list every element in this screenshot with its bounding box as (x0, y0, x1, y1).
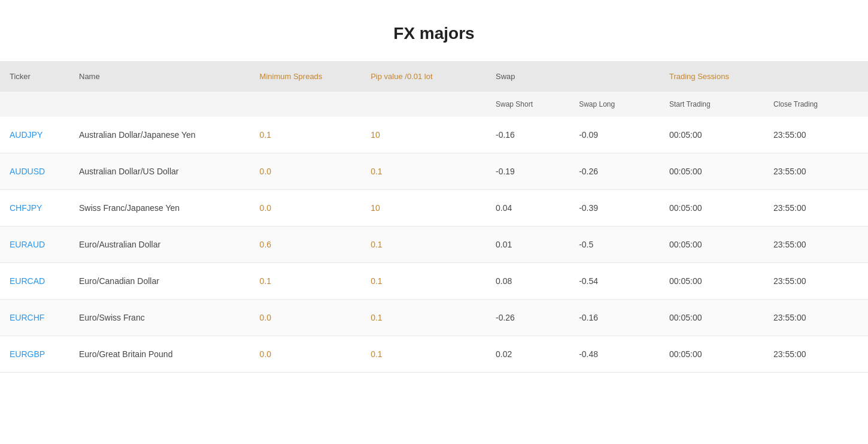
col-subheader-pip-empty (361, 92, 486, 117)
name-cell: Euro/Australian Dollar (69, 226, 250, 263)
col-header-trading-sessions: Trading Sessions (660, 61, 868, 92)
swap-short-cell: 0.04 (486, 190, 569, 226)
ticker-cell[interactable]: EURGBP (0, 336, 69, 373)
col-header-swap: Swap (486, 61, 569, 92)
pip-value-cell: 10 (361, 190, 486, 226)
min-spreads-cell: 0.0 (250, 300, 362, 336)
table-row: AUDJPY Australian Dollar/Japanese Yen 0.… (0, 117, 868, 153)
ticker-cell[interactable]: CHFJPY (0, 190, 69, 226)
close-trading-cell: 23:55:00 (764, 300, 868, 336)
start-trading-cell: 00:05:00 (660, 336, 764, 373)
col-subheader-swap-long: Swap Long (569, 92, 660, 117)
pip-value-cell: 0.1 (361, 336, 486, 373)
col-header-min-spreads: Minimum Spreads (250, 61, 362, 92)
min-spreads-cell: 0.1 (250, 263, 362, 300)
table-row: EURAUD Euro/Australian Dollar 0.6 0.1 0.… (0, 226, 868, 263)
start-trading-cell: 00:05:00 (660, 117, 764, 153)
table-row: CHFJPY Swiss Franc/Japanese Yen 0.0 10 0… (0, 190, 868, 226)
min-spreads-cell: 0.0 (250, 336, 362, 373)
swap-short-cell: -0.16 (486, 117, 569, 153)
ticker-link[interactable]: AUDJPY (10, 130, 43, 140)
start-trading-cell: 00:05:00 (660, 190, 764, 226)
col-subheader-start-trading: Start Trading (660, 92, 764, 117)
swap-long-cell: -0.26 (569, 153, 660, 190)
ticker-link[interactable]: EURGBP (10, 349, 45, 359)
close-trading-cell: 23:55:00 (764, 263, 868, 300)
name-cell: Swiss Franc/Japanese Yen (69, 190, 250, 226)
swap-short-cell: 0.08 (486, 263, 569, 300)
ticker-link[interactable]: CHFJPY (10, 203, 42, 213)
close-trading-cell: 23:55:00 (764, 117, 868, 153)
min-spreads-cell: 0.6 (250, 226, 362, 263)
pip-value-cell: 0.1 (361, 300, 486, 336)
min-spreads-cell: 0.1 (250, 117, 362, 153)
min-spreads-cell: 0.0 (250, 153, 362, 190)
close-trading-cell: 23:55:00 (764, 336, 868, 373)
col-subheader-name-empty (69, 92, 250, 117)
col-subheader-spreads-empty (250, 92, 362, 117)
ticker-link[interactable]: AUDUSD (10, 167, 45, 176)
ticker-cell[interactable]: AUDUSD (0, 153, 69, 190)
swap-short-cell: 0.02 (486, 336, 569, 373)
col-header-pip-value: Pip value /0.01 lot (361, 61, 486, 92)
fx-majors-table: Ticker Name Minimum Spreads Pip value /0… (0, 61, 868, 373)
table-row: EURCAD Euro/Canadian Dollar 0.1 0.1 0.08… (0, 263, 868, 300)
table-body: AUDJPY Australian Dollar/Japanese Yen 0.… (0, 117, 868, 373)
ticker-link[interactable]: EURCHF (10, 313, 44, 322)
col-subheader-ticker-empty (0, 92, 69, 117)
table-row: EURGBP Euro/Great Britain Pound 0.0 0.1 … (0, 336, 868, 373)
table-row: EURCHF Euro/Swiss Franc 0.0 0.1 -0.26 -0… (0, 300, 868, 336)
col-header-swap-empty (569, 61, 660, 92)
name-cell: Euro/Great Britain Pound (69, 336, 250, 373)
start-trading-cell: 00:05:00 (660, 263, 764, 300)
ticker-cell[interactable]: EURCHF (0, 300, 69, 336)
name-cell: Australian Dollar/US Dollar (69, 153, 250, 190)
swap-long-cell: -0.39 (569, 190, 660, 226)
table-row: AUDUSD Australian Dollar/US Dollar 0.0 0… (0, 153, 868, 190)
name-cell: Euro/Canadian Dollar (69, 263, 250, 300)
close-trading-cell: 23:55:00 (764, 226, 868, 263)
name-cell: Euro/Swiss Franc (69, 300, 250, 336)
swap-long-cell: -0.16 (569, 300, 660, 336)
swap-short-cell: -0.26 (486, 300, 569, 336)
close-trading-cell: 23:55:00 (764, 190, 868, 226)
ticker-cell[interactable]: EURCAD (0, 263, 69, 300)
pip-value-cell: 10 (361, 117, 486, 153)
name-cell: Australian Dollar/Japanese Yen (69, 117, 250, 153)
ticker-link[interactable]: EURAUD (10, 240, 45, 249)
pip-value-cell: 0.1 (361, 153, 486, 190)
col-subheader-swap-short: Swap Short (486, 92, 569, 117)
pip-value-cell: 0.1 (361, 226, 486, 263)
page-title: FX majors (0, 12, 868, 61)
swap-short-cell: 0.01 (486, 226, 569, 263)
swap-long-cell: -0.54 (569, 263, 660, 300)
page-wrapper: FX majors Ticker Name Minimum Spreads Pi… (0, 0, 868, 444)
col-subheader-close-trading: Close Trading (764, 92, 868, 117)
start-trading-cell: 00:05:00 (660, 153, 764, 190)
col-header-name: Name (69, 61, 250, 92)
start-trading-cell: 00:05:00 (660, 300, 764, 336)
swap-short-cell: -0.19 (486, 153, 569, 190)
pip-value-cell: 0.1 (361, 263, 486, 300)
swap-long-cell: -0.48 (569, 336, 660, 373)
ticker-cell[interactable]: EURAUD (0, 226, 69, 263)
swap-long-cell: -0.5 (569, 226, 660, 263)
close-trading-cell: 23:55:00 (764, 153, 868, 190)
start-trading-cell: 00:05:00 (660, 226, 764, 263)
ticker-cell[interactable]: AUDJPY (0, 117, 69, 153)
min-spreads-cell: 0.0 (250, 190, 362, 226)
swap-long-cell: -0.09 (569, 117, 660, 153)
col-header-ticker: Ticker (0, 61, 69, 92)
ticker-link[interactable]: EURCAD (10, 276, 45, 286)
